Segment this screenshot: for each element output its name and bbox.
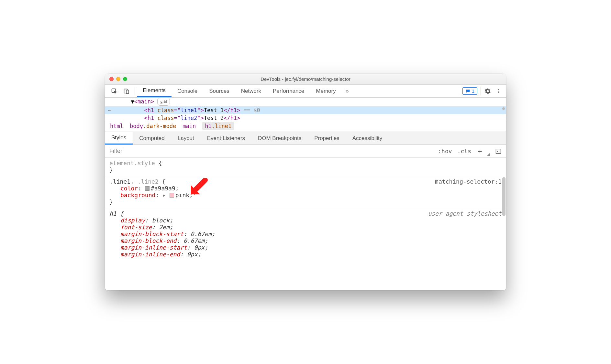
color-swatch-icon[interactable] (145, 186, 150, 191)
scrollbar-thumb[interactable] (502, 177, 505, 216)
grid-badge[interactable]: grid (157, 98, 170, 106)
dom-scroll-indicator (502, 107, 505, 110)
messages-badge[interactable]: 1 (462, 87, 477, 95)
styles-pane[interactable]: element.style { } matching-selector:1 .l… (105, 158, 506, 290)
subtab-accessibility[interactable]: Accessibility (346, 132, 389, 145)
css-declaration[interactable]: display: block; (109, 217, 502, 224)
tab-network[interactable]: Network (235, 85, 267, 97)
crumb-main[interactable]: main (183, 123, 196, 129)
filter-input[interactable] (109, 148, 433, 155)
hov-toggle[interactable]: :hov (438, 148, 452, 155)
svg-rect-6 (496, 149, 501, 154)
dom-tree[interactable]: ▼<main> grid <h1 class="line1">Test 1</h… (105, 98, 506, 120)
tab-console[interactable]: Console (172, 85, 203, 97)
css-declaration[interactable]: margin-block-start: 0.67em; (109, 230, 502, 237)
messages-count: 1 (472, 88, 474, 94)
css-declaration[interactable]: margin-inline-start: 0px; (109, 244, 502, 251)
crumb-body[interactable]: body.dark-mode (130, 123, 176, 129)
device-toggle-icon[interactable] (120, 85, 133, 97)
css-declaration[interactable]: font-size: 2em; (109, 224, 502, 230)
kebab-menu-icon[interactable] (493, 85, 504, 97)
toggle-sidebar-icon[interactable] (495, 148, 502, 154)
inspect-icon[interactable] (108, 85, 120, 97)
dom-row-selected[interactable]: <h1 class="line1">Test 1</h1> == $0 (105, 106, 506, 114)
rule-origin-link[interactable]: matching-selector:1 (435, 178, 502, 185)
subtab-dom-breakpoints[interactable]: DOM Breakpoints (251, 132, 308, 145)
devtools-window: DevTools - jec.fyi/demo/matching-selecto… (105, 74, 506, 290)
main-tabbar: Elements Console Sources Network Perform… (105, 85, 506, 98)
svg-point-3 (498, 89, 499, 90)
subtab-styles[interactable]: Styles (105, 132, 133, 145)
svg-rect-2 (126, 90, 129, 93)
titlebar: DevTools - jec.fyi/demo/matching-selecto… (105, 74, 506, 85)
settings-gear-icon[interactable] (482, 85, 493, 97)
styles-subtabs: Styles Computed Layout Event Listeners D… (105, 132, 506, 145)
window-title: DevTools - jec.fyi/demo/matching-selecto… (105, 76, 506, 82)
rule-line1-line2[interactable]: matching-selector:1 .line1, .line2 { col… (105, 176, 506, 208)
subtab-layout[interactable]: Layout (171, 132, 201, 145)
styles-toolbar: :hov .cls ＋ (105, 145, 506, 158)
tab-sources[interactable]: Sources (203, 85, 235, 97)
crumb-selected[interactable]: h1.line1 (202, 122, 234, 130)
subtab-computed[interactable]: Computed (133, 132, 171, 145)
tabs-overflow-icon[interactable]: » (342, 85, 353, 97)
dom-breadcrumb: html body.dark-mode main h1.line1 (105, 120, 506, 132)
rule-h1-user-agent[interactable]: user agent stylesheet h1 { display: bloc… (105, 208, 506, 260)
subtab-properties[interactable]: Properties (308, 132, 346, 145)
tab-performance[interactable]: Performance (267, 85, 310, 97)
rule-element-style[interactable]: element.style { } (105, 158, 506, 176)
crumb-html[interactable]: html (110, 123, 123, 129)
color-swatch-icon[interactable] (170, 193, 174, 198)
dom-row-next[interactable]: <h1 class="line2">Test 2</h1> (105, 114, 506, 120)
css-declaration[interactable]: margin-inline-end: 0px; (109, 251, 502, 258)
css-declaration[interactable]: margin-block-end: 0.67em; (109, 237, 502, 244)
tab-memory[interactable]: Memory (310, 85, 341, 97)
svg-point-4 (498, 91, 499, 91)
rule-origin-ua: user agent stylesheet (428, 210, 502, 217)
resize-corner-icon (487, 153, 490, 156)
tab-elements[interactable]: Elements (137, 85, 172, 97)
cls-toggle[interactable]: .cls (457, 148, 471, 155)
dom-row-main[interactable]: ▼<main> grid (105, 98, 506, 106)
new-rule-button[interactable]: ＋ (476, 146, 483, 156)
subtab-event-listeners[interactable]: Event Listeners (201, 132, 251, 145)
svg-point-5 (498, 92, 499, 93)
